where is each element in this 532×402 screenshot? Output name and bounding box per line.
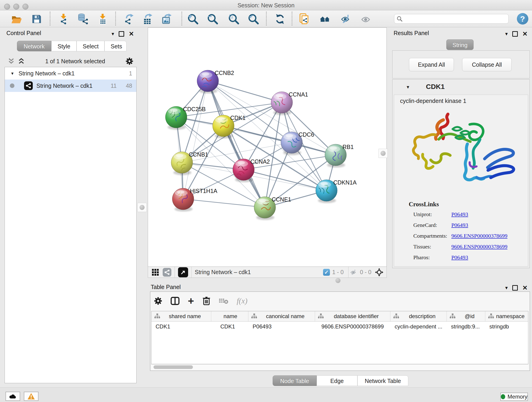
panel-float-icon[interactable] bbox=[512, 31, 518, 37]
crosslink-value[interactable]: P06493 bbox=[451, 254, 468, 261]
svg-text:CCNB2: CCNB2 bbox=[215, 70, 234, 76]
memory-button[interactable]: Memory bbox=[500, 393, 528, 401]
current-network-dot-icon bbox=[10, 83, 14, 88]
column-header[interactable]: database identifier bbox=[315, 311, 391, 321]
table-panel-title: Table Panel bbox=[151, 284, 181, 290]
column-header[interactable]: namespace bbox=[485, 311, 528, 321]
crosslink-value[interactable]: P06493 bbox=[451, 211, 468, 217]
panel-menu-arrow-icon[interactable]: ▾ bbox=[112, 31, 114, 37]
tab-network-table[interactable]: Network Table bbox=[357, 375, 408, 386]
table-row[interactable]: CDK1 CDK1 P06493 9606.ENSP00000378699 cy… bbox=[152, 322, 528, 332]
show-all-eye-icon[interactable] bbox=[360, 13, 372, 25]
import-network-icon[interactable] bbox=[58, 13, 69, 25]
expand-all-icon[interactable] bbox=[18, 58, 25, 65]
export-table-icon[interactable] bbox=[142, 13, 153, 25]
zoom-fit-icon[interactable] bbox=[228, 13, 239, 25]
cell-description[interactable]: cyclin-dependent ... bbox=[391, 323, 447, 330]
cell-shared-name[interactable]: CDK1 bbox=[152, 323, 211, 330]
selected-checkbox-icon[interactable]: ✓ bbox=[323, 269, 330, 276]
cell-name[interactable]: CDK1 bbox=[211, 323, 249, 330]
network-row[interactable]: String Network – cdk1 11 48 bbox=[5, 80, 136, 92]
fit-content-crosshair-icon[interactable] bbox=[375, 268, 383, 276]
save-session-icon[interactable] bbox=[31, 13, 42, 25]
crosslink-value[interactable]: 9606.ENSP00000378699 bbox=[451, 244, 507, 250]
table-horizontal-scrollbar[interactable] bbox=[151, 364, 528, 370]
column-header[interactable]: canonical name bbox=[248, 311, 315, 321]
help-button[interactable]: ? bbox=[517, 13, 528, 25]
tab-sets[interactable]: Sets bbox=[104, 41, 127, 51]
protein-result-card: ▾ CDK1 cyclin-dependent kinase 1 bbox=[392, 79, 530, 268]
panel-close-icon[interactable]: ✕ bbox=[522, 30, 528, 38]
collection-count: 1 bbox=[129, 70, 132, 77]
import-network-from-database-icon[interactable] bbox=[77, 13, 89, 25]
column-header[interactable]: name bbox=[211, 311, 249, 321]
show-columns-icon[interactable] bbox=[171, 296, 180, 306]
crosslink-value[interactable]: 9606.ENSP00000378699 bbox=[451, 233, 507, 239]
tab-edge-table[interactable]: Edge Table bbox=[317, 375, 357, 386]
cell-id[interactable]: stringdb:9... bbox=[447, 323, 485, 330]
search-box[interactable] bbox=[394, 14, 509, 24]
column-header[interactable]: description bbox=[390, 311, 447, 321]
cloud-status-button[interactable] bbox=[6, 392, 20, 401]
refresh-icon[interactable] bbox=[274, 13, 286, 25]
scrollbar-thumb[interactable] bbox=[153, 365, 193, 369]
panel-close-icon[interactable]: ✕ bbox=[522, 284, 528, 292]
table-panel-tabs: Node Table Edge Table Network Table bbox=[273, 375, 408, 386]
warnings-button[interactable] bbox=[24, 392, 38, 401]
houses-icon[interactable] bbox=[319, 13, 331, 25]
svg-text:CCNA1: CCNA1 bbox=[289, 91, 308, 98]
zoom-out-icon[interactable] bbox=[207, 13, 218, 25]
network-collection-row[interactable]: ▾ String Network – cdk1 1 bbox=[5, 67, 136, 80]
import-table-icon[interactable] bbox=[97, 13, 108, 25]
tab-style[interactable]: Style bbox=[51, 41, 76, 51]
zoom-selected-icon[interactable] bbox=[248, 13, 259, 25]
cell-database-identifier[interactable]: 9606.ENSP00000378699 bbox=[315, 323, 391, 330]
column-header[interactable]: shared name bbox=[152, 311, 211, 321]
panel-float-icon[interactable] bbox=[512, 285, 518, 291]
status-bar: Memory bbox=[0, 387, 532, 402]
panel-close-icon[interactable]: ✕ bbox=[129, 30, 134, 38]
export-network-icon[interactable] bbox=[123, 13, 134, 25]
clone-network-icon[interactable] bbox=[299, 13, 310, 25]
tab-node-table[interactable]: Node Table bbox=[273, 375, 317, 386]
node-table[interactable]: shared name name canonical name database… bbox=[151, 311, 528, 364]
panel-float-icon[interactable] bbox=[119, 31, 124, 37]
expand-all-button[interactable]: Expand All bbox=[409, 58, 454, 71]
network-canvas[interactable]: CCNB2CCNA1CDC25BCDK1CDC6RB1CCNB1CCNA2CDK… bbox=[148, 27, 387, 267]
tab-network[interactable]: Network bbox=[17, 41, 51, 51]
collapse-all-button[interactable]: Collapse All bbox=[462, 58, 512, 71]
export-image-icon[interactable] bbox=[161, 13, 172, 25]
delete-column-trash-icon[interactable] bbox=[202, 296, 210, 306]
column-header[interactable]: @id bbox=[447, 311, 485, 321]
zoom-in-icon[interactable] bbox=[187, 13, 199, 25]
tab-string[interactable]: String bbox=[446, 39, 474, 50]
detach-view-icon[interactable] bbox=[178, 267, 188, 277]
selected-count: 1 - 0 bbox=[332, 269, 344, 275]
search-input[interactable] bbox=[403, 15, 506, 22]
card-expander-icon[interactable]: ▾ bbox=[407, 84, 409, 90]
network-view-title: String Network – cdk1 bbox=[195, 269, 251, 275]
gear-icon[interactable] bbox=[126, 57, 133, 65]
cell-namespace[interactable]: stringdb bbox=[485, 323, 528, 330]
panel-menu-arrow-icon[interactable]: ▾ bbox=[505, 31, 508, 37]
collapse-all-icon[interactable] bbox=[8, 58, 15, 65]
horizontal-splitter-handle[interactable] bbox=[336, 278, 341, 283]
left-splitter-handle[interactable] bbox=[138, 203, 147, 212]
right-splitter-handle[interactable] bbox=[379, 149, 388, 158]
string-network-graph[interactable]: CCNB2CCNA1CDC25BCDK1CDC6RB1CCNB1CCNA2CDK… bbox=[148, 28, 386, 267]
crosslink-value[interactable]: P06493 bbox=[451, 222, 468, 228]
grid-view-icon[interactable] bbox=[152, 269, 159, 276]
network-share-icon[interactable] bbox=[163, 268, 171, 277]
hide-selected-eye-slash-icon[interactable] bbox=[341, 13, 352, 25]
cell-canonical-name[interactable]: P06493 bbox=[249, 323, 315, 330]
memory-label: Memory bbox=[507, 394, 527, 400]
footer-separator bbox=[175, 267, 175, 278]
panel-menu-arrow-icon[interactable]: ▾ bbox=[505, 285, 508, 291]
add-column-plus-icon[interactable]: + bbox=[188, 298, 194, 304]
collection-label: String Network – cdk1 bbox=[19, 70, 75, 77]
tab-select[interactable]: Select bbox=[76, 41, 104, 51]
open-session-icon[interactable] bbox=[11, 13, 22, 25]
tree-expander-icon[interactable]: ▾ bbox=[11, 70, 13, 76]
hierarchy-icon bbox=[318, 313, 324, 319]
gear-icon[interactable] bbox=[154, 297, 162, 305]
